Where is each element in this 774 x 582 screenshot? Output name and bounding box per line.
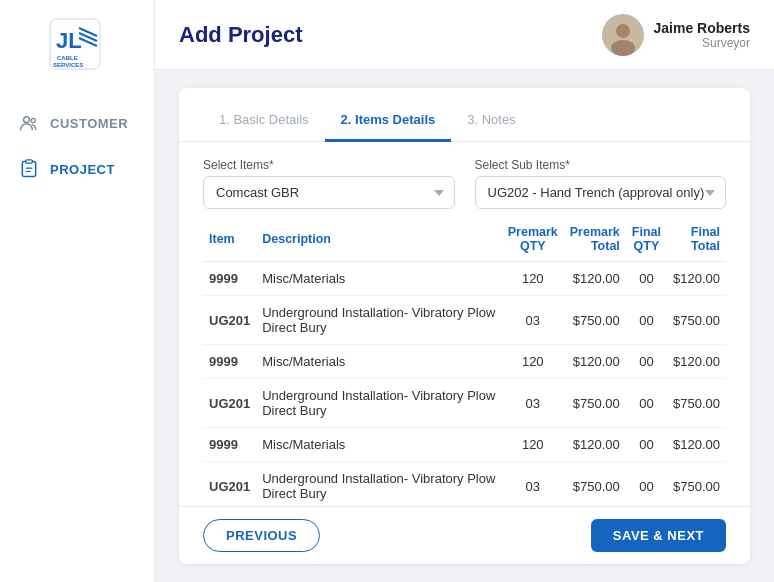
step-items-details[interactable]: 2. Items Details — [325, 104, 452, 142]
sidebar-item-label-project: PROJECT — [50, 162, 115, 177]
people-icon — [18, 112, 40, 134]
main-card: 1. Basic Details 2. Items Details 3. Not… — [179, 88, 750, 564]
cell-premark-total: $120.00 — [564, 262, 626, 296]
page-title: Add Project — [179, 22, 302, 48]
cell-premark-total: $750.00 — [564, 296, 626, 345]
cell-description: Misc/Materials — [256, 428, 502, 462]
select-items-group: Select Items* Comcast GBR — [203, 158, 455, 209]
content-area: 1. Basic Details 2. Items Details 3. Not… — [155, 70, 774, 582]
user-text: Jaime Roberts Surveyor — [654, 20, 750, 50]
cell-premark-total: $120.00 — [564, 345, 626, 379]
cell-final-qty: 00 — [626, 379, 667, 428]
cell-description: Misc/Materials — [256, 345, 502, 379]
svg-point-7 — [24, 117, 30, 123]
select-subitems-dropdown[interactable]: UG202 - Hand Trench (approval only) — [475, 176, 727, 209]
steps-nav: 1. Basic Details 2. Items Details 3. Not… — [179, 88, 750, 142]
sidebar-nav: CUSTOMER PROJECT — [0, 100, 154, 192]
cell-premark-qty: 120 — [502, 345, 564, 379]
svg-text:JL: JL — [56, 28, 82, 53]
table-row: UG201 Underground Installation- Vibrator… — [203, 379, 726, 428]
main-content: Add Project Jaime Roberts Surveyor 1. Ba… — [155, 0, 774, 582]
cell-final-qty: 00 — [626, 345, 667, 379]
svg-point-15 — [611, 40, 635, 56]
cell-final-total: $750.00 — [667, 296, 726, 345]
logo-icon: JL CABLE SERVICES — [49, 18, 101, 70]
cell-item: UG201 — [203, 462, 256, 507]
cell-description: Underground Installation- Vibratory Plow… — [256, 296, 502, 345]
sidebar: JL CABLE SERVICES CUSTOMER — [0, 0, 155, 582]
cell-premark-qty: 03 — [502, 462, 564, 507]
cell-final-qty: 00 — [626, 262, 667, 296]
user-role: Surveyor — [654, 36, 750, 50]
cell-final-qty: 00 — [626, 462, 667, 507]
cell-premark-qty: 03 — [502, 379, 564, 428]
table-body: 9999 Misc/Materials 120 $120.00 00 $120.… — [203, 262, 726, 507]
sidebar-item-customer[interactable]: CUSTOMER — [0, 100, 154, 146]
footer: PREVIOUS SAVE & NEXT — [179, 506, 750, 564]
svg-point-14 — [616, 24, 630, 38]
col-premark-qty: PremarkQTY — [502, 217, 564, 262]
logo-area: JL CABLE SERVICES — [39, 18, 115, 70]
step-basic-details[interactable]: 1. Basic Details — [203, 104, 325, 142]
cell-premark-qty: 120 — [502, 262, 564, 296]
select-subitems-group: Select Sub Items* UG202 - Hand Trench (a… — [475, 158, 727, 209]
table-row: UG201 Underground Installation- Vibrator… — [203, 296, 726, 345]
user-info: Jaime Roberts Surveyor — [602, 14, 750, 56]
cell-premark-total: $750.00 — [564, 462, 626, 507]
cell-item: UG201 — [203, 379, 256, 428]
clipboard-icon — [18, 158, 40, 180]
cell-description: Misc/Materials — [256, 262, 502, 296]
cell-premark-total: $750.00 — [564, 379, 626, 428]
avatar — [602, 14, 644, 56]
table-row: UG201 Underground Installation- Vibrator… — [203, 462, 726, 507]
table-row: 9999 Misc/Materials 120 $120.00 00 $120.… — [203, 262, 726, 296]
col-description: Description — [256, 217, 502, 262]
cell-item: 9999 — [203, 428, 256, 462]
cell-item: 9999 — [203, 345, 256, 379]
cell-final-qty: 00 — [626, 428, 667, 462]
cell-final-total: $120.00 — [667, 345, 726, 379]
svg-text:CABLE: CABLE — [57, 55, 78, 61]
table-row: 9999 Misc/Materials 120 $120.00 00 $120.… — [203, 345, 726, 379]
cell-item: 9999 — [203, 262, 256, 296]
form-section: Select Items* Comcast GBR Select Sub Ite… — [179, 142, 750, 217]
table-row: 9999 Misc/Materials 120 $120.00 00 $120.… — [203, 428, 726, 462]
items-table: Item Description PremarkQTY PremarkTotal… — [203, 217, 726, 506]
sidebar-item-label-customer: CUSTOMER — [50, 116, 128, 131]
select-items-dropdown[interactable]: Comcast GBR — [203, 176, 455, 209]
cell-description: Underground Installation- Vibratory Plow… — [256, 462, 502, 507]
sidebar-item-project[interactable]: PROJECT — [0, 146, 154, 192]
col-final-total: FinalTotal — [667, 217, 726, 262]
cell-final-total: $750.00 — [667, 379, 726, 428]
select-items-label: Select Items* — [203, 158, 455, 172]
col-final-qty: FinalQTY — [626, 217, 667, 262]
save-next-button[interactable]: SAVE & NEXT — [591, 519, 726, 552]
svg-rect-10 — [26, 160, 33, 163]
cell-description: Underground Installation- Vibratory Plow… — [256, 379, 502, 428]
items-table-wrapper: Item Description PremarkQTY PremarkTotal… — [179, 217, 750, 506]
cell-final-total: $120.00 — [667, 428, 726, 462]
cell-item: UG201 — [203, 296, 256, 345]
header: Add Project Jaime Roberts Surveyor — [155, 0, 774, 70]
avatar-image — [602, 14, 644, 56]
svg-text:SERVICES: SERVICES — [53, 62, 83, 68]
table-header: Item Description PremarkQTY PremarkTotal… — [203, 217, 726, 262]
step-notes[interactable]: 3. Notes — [451, 104, 531, 142]
cell-final-total: $750.00 — [667, 462, 726, 507]
cell-premark-total: $120.00 — [564, 428, 626, 462]
col-item: Item — [203, 217, 256, 262]
cell-final-total: $120.00 — [667, 262, 726, 296]
cell-final-qty: 00 — [626, 296, 667, 345]
cell-premark-qty: 03 — [502, 296, 564, 345]
user-name: Jaime Roberts — [654, 20, 750, 36]
col-premark-total: PremarkTotal — [564, 217, 626, 262]
select-subitems-label: Select Sub Items* — [475, 158, 727, 172]
previous-button[interactable]: PREVIOUS — [203, 519, 320, 552]
svg-point-8 — [31, 118, 35, 122]
cell-premark-qty: 120 — [502, 428, 564, 462]
